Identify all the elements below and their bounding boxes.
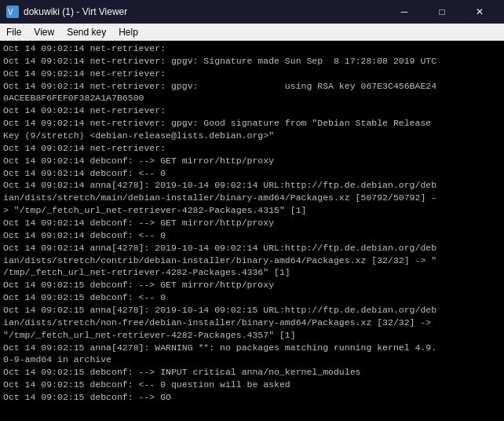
terminal-line: 0-9-amd64 in archive — [3, 353, 501, 366]
terminal-output: Oct 14 09:02:14 net-retriever:Oct 14 09:… — [0, 41, 504, 421]
terminal-line: Oct 14 09:02:14 anna[4278]: 2019-10-14 0… — [3, 179, 501, 192]
terminal-line: Oct 14 09:02:14 debconf: --> GET mirror/… — [3, 155, 501, 167]
close-button[interactable]: ✕ — [462, 0, 498, 24]
terminal-line: Oct 14 09:02:14 debconf: <-- 0 — [3, 229, 501, 242]
terminal-line: Oct 14 09:02:14 net-retriever: gpgv: Goo… — [3, 117, 501, 130]
window-controls: ─ □ ✕ — [386, 0, 498, 24]
terminal-line: /tmp/_fetch_url_net-retriever-4282-Packa… — [3, 266, 501, 279]
terminal-line: Oct 14 09:02:15 debconf: <-- 0 — [3, 291, 501, 304]
menubar: File View Send key Help — [0, 24, 504, 41]
terminal-line: ian/dists/stretch/main/debian-installer/… — [3, 192, 501, 204]
window-title: dokuwiki (1) - Virt Viewer — [24, 6, 386, 17]
terminal-line: ian/dists/stretch/contrib/debian-install… — [3, 254, 501, 267]
titlebar: V dokuwiki (1) - Virt Viewer ─ □ ✕ — [0, 0, 504, 24]
menu-help[interactable]: Help — [112, 25, 144, 39]
terminal-line: Oct 14 09:02:14 net-retriever: gpgv: usi… — [3, 80, 501, 93]
menu-file[interactable]: File — [0, 25, 27, 39]
terminal-line: Oct 14 09:02:14 net-retriever: — [3, 104, 501, 117]
terminal-line: Oct 14 09:02:14 net-retriever: — [3, 142, 501, 155]
terminal-line: Oct 14 09:02:14 net-retriever: gpgv: Sig… — [3, 55, 501, 68]
terminal-line: Oct 14 09:02:14 net-retriever: — [3, 42, 501, 55]
terminal-line: ian/dists/stretch/non-free/debian-instal… — [3, 317, 501, 329]
terminal-line: Oct 14 09:02:15 debconf: --> GET mirror/… — [3, 279, 501, 291]
terminal-line: "/tmp/_fetch_url_net-retriever-4282-Pack… — [3, 329, 501, 342]
terminal-line: Oct 14 09:02:15 debconf: --> GO — [3, 391, 501, 404]
terminal-line: Oct 14 09:02:14 debconf: <-- 0 — [3, 167, 501, 180]
menu-view[interactable]: View — [27, 25, 60, 39]
terminal-line: Oct 14 09:02:14 net-retriever: — [3, 68, 501, 80]
app-icon: V — [6, 5, 19, 18]
minimize-button[interactable]: ─ — [386, 0, 422, 24]
terminal-line: Oct 14 09:02:15 anna[4278]: WARNING **: … — [3, 342, 501, 354]
terminal-line: Oct 14 09:02:15 debconf: <-- 0 question … — [3, 379, 501, 391]
terminal-line: Key (9/stretch) <debian-release@lists.de… — [3, 130, 501, 142]
terminal-line: Oct 14 09:02:15 anna[4278]: 2019-10-14 0… — [3, 304, 501, 317]
terminal-line: Oct 14 09:02:15 debconf: --> INPUT criti… — [3, 366, 501, 379]
svg-text:V: V — [8, 8, 13, 16]
maximize-button[interactable]: □ — [424, 0, 460, 24]
terminal-line: Oct 14 09:02:14 debconf: --> GET mirror/… — [3, 217, 501, 229]
terminal-line: Oct 14 09:02:14 anna[4278]: 2019-10-14 0… — [3, 242, 501, 254]
terminal-line: 0ACEEB8F6FEF0F382A1A7B6500 — [3, 92, 501, 104]
menu-sendkey[interactable]: Send key — [60, 25, 112, 39]
terminal-line: > "/tmp/_fetch_url_net-retriever-4282-Pa… — [3, 204, 501, 217]
